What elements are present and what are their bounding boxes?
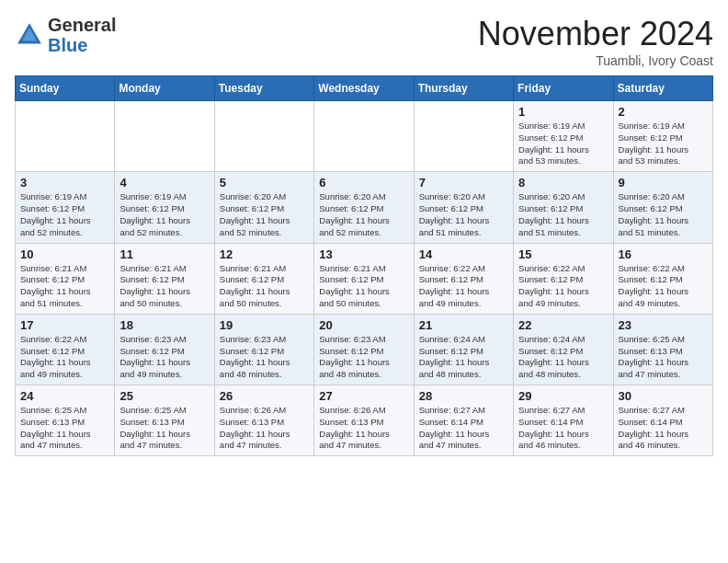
day-number: 18 bbox=[119, 318, 209, 332]
day-number: 1 bbox=[518, 105, 608, 119]
day-info: Sunrise: 6:19 AM Sunset: 6:12 PM Dayligh… bbox=[518, 121, 608, 167]
weekday-header: Friday bbox=[514, 76, 613, 101]
day-number: 21 bbox=[419, 318, 508, 332]
day-info: Sunrise: 6:20 AM Sunset: 6:12 PM Dayligh… bbox=[419, 191, 508, 238]
day-info: Sunrise: 6:23 AM Sunset: 6:12 PM Dayligh… bbox=[220, 334, 309, 381]
calendar-cell bbox=[115, 101, 214, 172]
day-number: 8 bbox=[518, 176, 608, 190]
day-info: Sunrise: 6:22 AM Sunset: 6:12 PM Dayligh… bbox=[518, 263, 608, 310]
calendar-cell: 30Sunrise: 6:27 AM Sunset: 6:14 PM Dayli… bbox=[613, 385, 712, 456]
day-number: 25 bbox=[119, 389, 209, 403]
weekday-header-row: SundayMondayTuesdayWednesdayThursdayFrid… bbox=[16, 76, 713, 101]
title-area: November 2024 Tuambli, Ivory Coast bbox=[478, 15, 713, 68]
day-number: 16 bbox=[619, 247, 708, 261]
day-info: Sunrise: 6:20 AM Sunset: 6:12 PM Dayligh… bbox=[619, 191, 708, 238]
day-info: Sunrise: 6:19 AM Sunset: 6:12 PM Dayligh… bbox=[20, 191, 109, 238]
calendar-cell: 18Sunrise: 6:23 AM Sunset: 6:12 PM Dayli… bbox=[115, 314, 214, 385]
day-info: Sunrise: 6:25 AM Sunset: 6:13 PM Dayligh… bbox=[119, 405, 209, 452]
calendar-cell: 11Sunrise: 6:21 AM Sunset: 6:12 PM Dayli… bbox=[115, 243, 214, 314]
logo-icon bbox=[15, 20, 44, 50]
calendar-cell: 25Sunrise: 6:25 AM Sunset: 6:13 PM Dayli… bbox=[115, 385, 214, 456]
day-info: Sunrise: 6:22 AM Sunset: 6:12 PM Dayligh… bbox=[20, 334, 109, 381]
calendar-cell: 21Sunrise: 6:24 AM Sunset: 6:12 PM Dayli… bbox=[414, 314, 513, 385]
calendar-cell: 29Sunrise: 6:27 AM Sunset: 6:14 PM Dayli… bbox=[514, 385, 613, 456]
day-info: Sunrise: 6:27 AM Sunset: 6:14 PM Dayligh… bbox=[619, 405, 708, 452]
calendar-cell: 5Sunrise: 6:20 AM Sunset: 6:12 PM Daylig… bbox=[214, 172, 313, 243]
weekday-header: Saturday bbox=[613, 76, 712, 101]
day-info: Sunrise: 6:25 AM Sunset: 6:13 PM Dayligh… bbox=[20, 405, 109, 452]
calendar-cell: 15Sunrise: 6:22 AM Sunset: 6:12 PM Dayli… bbox=[514, 243, 613, 314]
day-number: 5 bbox=[220, 176, 309, 190]
calendar-cell: 27Sunrise: 6:26 AM Sunset: 6:13 PM Dayli… bbox=[314, 385, 414, 456]
day-number: 2 bbox=[619, 105, 708, 119]
month-title: November 2024 bbox=[478, 15, 713, 53]
logo: General Blue bbox=[15, 15, 116, 55]
calendar-cell: 19Sunrise: 6:23 AM Sunset: 6:12 PM Dayli… bbox=[214, 314, 313, 385]
weekday-header: Thursday bbox=[414, 76, 513, 101]
day-number: 15 bbox=[518, 247, 608, 261]
weekday-header: Wednesday bbox=[314, 76, 414, 101]
calendar-cell: 12Sunrise: 6:21 AM Sunset: 6:12 PM Dayli… bbox=[214, 243, 313, 314]
day-info: Sunrise: 6:22 AM Sunset: 6:12 PM Dayligh… bbox=[419, 263, 508, 310]
day-number: 4 bbox=[119, 176, 209, 190]
day-info: Sunrise: 6:27 AM Sunset: 6:14 PM Dayligh… bbox=[419, 405, 508, 452]
calendar-cell: 8Sunrise: 6:20 AM Sunset: 6:12 PM Daylig… bbox=[514, 172, 613, 243]
calendar-week-row: 3Sunrise: 6:19 AM Sunset: 6:12 PM Daylig… bbox=[16, 172, 713, 243]
day-number: 7 bbox=[419, 176, 508, 190]
day-number: 10 bbox=[20, 247, 109, 261]
day-number: 17 bbox=[20, 318, 109, 332]
header: General Blue November 2024 Tuambli, Ivor… bbox=[15, 15, 713, 68]
weekday-header: Tuesday bbox=[214, 76, 313, 101]
day-number: 3 bbox=[20, 176, 109, 190]
calendar-cell bbox=[16, 101, 115, 172]
day-info: Sunrise: 6:25 AM Sunset: 6:13 PM Dayligh… bbox=[619, 334, 708, 381]
day-info: Sunrise: 6:19 AM Sunset: 6:12 PM Dayligh… bbox=[619, 121, 708, 167]
day-info: Sunrise: 6:23 AM Sunset: 6:12 PM Dayligh… bbox=[119, 334, 209, 381]
calendar-cell: 3Sunrise: 6:19 AM Sunset: 6:12 PM Daylig… bbox=[16, 172, 115, 243]
calendar-cell: 28Sunrise: 6:27 AM Sunset: 6:14 PM Dayli… bbox=[414, 385, 513, 456]
calendar-cell: 14Sunrise: 6:22 AM Sunset: 6:12 PM Dayli… bbox=[414, 243, 513, 314]
day-info: Sunrise: 6:26 AM Sunset: 6:13 PM Dayligh… bbox=[319, 405, 408, 452]
calendar-cell: 17Sunrise: 6:22 AM Sunset: 6:12 PM Dayli… bbox=[16, 314, 115, 385]
day-info: Sunrise: 6:21 AM Sunset: 6:12 PM Dayligh… bbox=[319, 263, 408, 310]
day-number: 19 bbox=[220, 318, 309, 332]
weekday-header: Sunday bbox=[16, 76, 115, 101]
day-number: 14 bbox=[419, 247, 508, 261]
calendar-cell bbox=[314, 101, 414, 172]
day-info: Sunrise: 6:27 AM Sunset: 6:14 PM Dayligh… bbox=[518, 405, 608, 452]
calendar-cell: 24Sunrise: 6:25 AM Sunset: 6:13 PM Dayli… bbox=[16, 385, 115, 456]
calendar-cell: 1Sunrise: 6:19 AM Sunset: 6:12 PM Daylig… bbox=[514, 101, 613, 172]
day-info: Sunrise: 6:21 AM Sunset: 6:12 PM Dayligh… bbox=[220, 263, 309, 310]
day-number: 6 bbox=[319, 176, 408, 190]
calendar-week-row: 17Sunrise: 6:22 AM Sunset: 6:12 PM Dayli… bbox=[16, 314, 713, 385]
day-info: Sunrise: 6:24 AM Sunset: 6:12 PM Dayligh… bbox=[518, 334, 608, 381]
day-info: Sunrise: 6:20 AM Sunset: 6:12 PM Dayligh… bbox=[518, 191, 608, 238]
day-number: 23 bbox=[619, 318, 708, 332]
day-number: 13 bbox=[319, 247, 408, 261]
day-number: 26 bbox=[220, 389, 309, 403]
calendar-cell: 7Sunrise: 6:20 AM Sunset: 6:12 PM Daylig… bbox=[414, 172, 513, 243]
calendar-week-row: 1Sunrise: 6:19 AM Sunset: 6:12 PM Daylig… bbox=[16, 101, 713, 172]
calendar-cell: 9Sunrise: 6:20 AM Sunset: 6:12 PM Daylig… bbox=[613, 172, 712, 243]
calendar-week-row: 10Sunrise: 6:21 AM Sunset: 6:12 PM Dayli… bbox=[16, 243, 713, 314]
day-number: 28 bbox=[419, 389, 508, 403]
logo-general: General bbox=[48, 15, 116, 35]
calendar-cell: 20Sunrise: 6:23 AM Sunset: 6:12 PM Dayli… bbox=[314, 314, 414, 385]
day-number: 24 bbox=[20, 389, 109, 403]
day-number: 9 bbox=[619, 176, 708, 190]
day-info: Sunrise: 6:19 AM Sunset: 6:12 PM Dayligh… bbox=[119, 191, 209, 238]
calendar-cell: 10Sunrise: 6:21 AM Sunset: 6:12 PM Dayli… bbox=[16, 243, 115, 314]
day-number: 22 bbox=[518, 318, 608, 332]
day-number: 30 bbox=[619, 389, 708, 403]
calendar-cell: 2Sunrise: 6:19 AM Sunset: 6:12 PM Daylig… bbox=[613, 101, 712, 172]
calendar-week-row: 24Sunrise: 6:25 AM Sunset: 6:13 PM Dayli… bbox=[16, 385, 713, 456]
calendar-cell: 6Sunrise: 6:20 AM Sunset: 6:12 PM Daylig… bbox=[314, 172, 414, 243]
day-number: 20 bbox=[319, 318, 408, 332]
day-number: 27 bbox=[319, 389, 408, 403]
day-number: 29 bbox=[518, 389, 608, 403]
calendar-cell: 26Sunrise: 6:26 AM Sunset: 6:13 PM Dayli… bbox=[214, 385, 313, 456]
calendar-cell: 4Sunrise: 6:19 AM Sunset: 6:12 PM Daylig… bbox=[115, 172, 214, 243]
calendar-cell bbox=[214, 101, 313, 172]
weekday-header: Monday bbox=[115, 76, 214, 101]
day-info: Sunrise: 6:26 AM Sunset: 6:13 PM Dayligh… bbox=[220, 405, 309, 452]
